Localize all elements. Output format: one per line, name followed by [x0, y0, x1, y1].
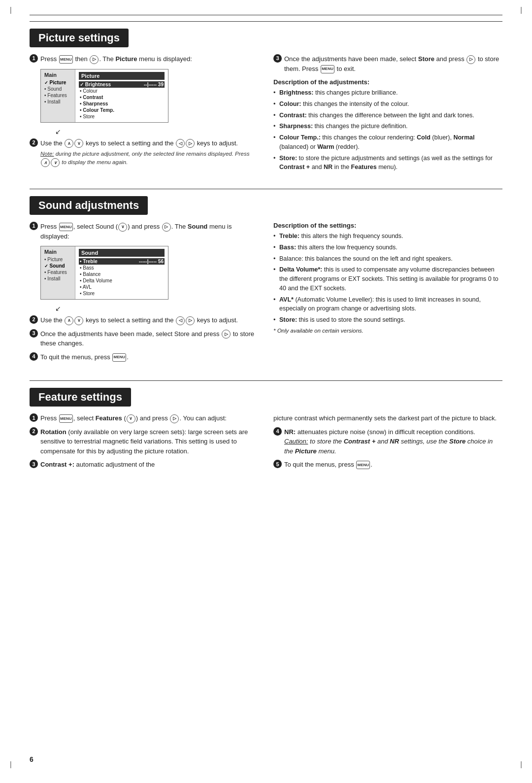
sound-desc-title: Description of the settings:: [273, 222, 502, 229]
feature-step3-text: Contrast +: automatic adjustment of the: [40, 460, 259, 470]
picture-menu-mockup-wrapper: Main Picture • Sound • Features • Instal…: [40, 69, 259, 136]
down-arrow-icon: ∨: [74, 139, 83, 148]
picture-step1: 1 Press MENU then ▷. The Picture menu is…: [30, 54, 259, 64]
desc-balance: Balance: this balances the sound on the …: [273, 254, 502, 264]
corner-mark-tl: |: [10, 6, 12, 14]
sound-right-icon2: ▷: [186, 316, 195, 325]
picture-rule: [30, 21, 502, 22]
sound-adjustments-content: 1 Press MENU, select Sound (∨) and press…: [30, 222, 502, 366]
feature-left-col: 1 Press MENU, select Features (∨) and pr…: [30, 413, 259, 474]
picture-menu-arrow: ↙: [55, 128, 259, 136]
treble-val: -----|----- 56: [139, 259, 164, 264]
picture-step3-text: Once the adjustments have been made, sel…: [284, 54, 502, 73]
step2-badge: 2: [30, 138, 38, 147]
feature-right-icon: ▷: [170, 414, 179, 423]
sound-menu-btn: MENU: [59, 223, 73, 231]
sound-up-icon: ∧: [65, 316, 73, 325]
feature-step2-badge: 2: [30, 427, 38, 436]
feature-step5: 5 To quit the menus, press MENU.: [273, 460, 502, 470]
store-right-icon: ▷: [466, 55, 475, 64]
sound-menu-deltavolume: Delta Volume: [79, 277, 165, 284]
picture-menu-store: Store: [79, 113, 165, 120]
sound-step1-badge: 1: [30, 222, 38, 230]
sound-step2-text: Use the ∧∨ keys to select a setting and …: [40, 315, 259, 325]
sound-menu-treble: • Treble -----|----- 56: [79, 258, 165, 265]
picture-settings-section: Picture settings 1 Press MENU then ▷. Th…: [30, 21, 502, 174]
desc-treble: Treble: this alters the high frequency s…: [273, 232, 502, 241]
desc-store: Store: to store the picture adjustments …: [273, 154, 502, 172]
sound-step3-badge: 3: [30, 329, 38, 338]
feature-menu-btn: MENU: [59, 414, 73, 423]
sound-menu-avl: AVL: [79, 284, 165, 290]
desc-avl: AVL* (Automatic Volume Leveller): this i…: [273, 295, 502, 314]
feature-step3-cont: picture contrast which permanently sets …: [273, 413, 502, 423]
picture-step1-text: Press MENU then ▷. The Picture menu is d…: [40, 54, 259, 64]
sound-menu-left: Main • Picture Sound • Features • Instal…: [41, 246, 75, 299]
brightness-val: --|----- 39: [144, 82, 164, 87]
picture-menu-colour: Colour: [79, 88, 165, 94]
feature-right-col: picture contrast which permanently sets …: [273, 413, 502, 474]
feature-down-icon: ∨: [127, 414, 135, 423]
feature-settings-section: Feature settings 1 Press MENU, select Fe…: [30, 380, 502, 474]
feature-settings-title: Feature settings: [30, 388, 131, 407]
sound-step4-text: To quit the menus, press MENU.: [40, 352, 259, 362]
sound-step1-text: Press MENU, select Sound (∨) and press ▷…: [40, 222, 259, 241]
sound-menu-mockup: Main • Picture Sound • Features • Instal…: [40, 246, 168, 300]
picture-menu-right: Picture ✓ Brightness --|----- 39 Colour …: [75, 69, 168, 122]
menu-button-icon: MENU: [59, 55, 73, 64]
feature-step4-text: NR: attenuates picture noise (snow) in d…: [284, 427, 502, 456]
desc-sound-store: Store: this is used to store the sound s…: [273, 315, 502, 325]
feature-step5-text: To quit the menus, press MENU.: [284, 460, 502, 470]
sound-down-icon: ∨: [118, 223, 127, 232]
store-label: Store: [418, 55, 434, 63]
sound-step4-badge: 4: [30, 352, 38, 361]
feature-settings-content: 1 Press MENU, select Features (∨) and pr…: [30, 413, 502, 474]
feature-step1-badge: 1: [30, 413, 38, 422]
sound-down-icon2: ∨: [74, 316, 83, 325]
sound-menu-balance: Balance: [79, 271, 165, 277]
picture-menu-contrast: Contrast: [79, 94, 165, 101]
sound-adjustments-section: Sound adjustments 1 Press MENU, select S…: [30, 189, 502, 366]
sound-step3: 3 Once the adjustments have been made, s…: [30, 329, 259, 348]
right-arrow-icon2: ▷: [186, 139, 195, 148]
sound-step2-badge: 2: [30, 315, 38, 324]
sound-menu-left-title: Main: [44, 249, 71, 255]
picture-menu-sharpness: Sharpness: [79, 101, 165, 107]
picture-menu-brightness: ✓ Brightness --|----- 39: [79, 81, 165, 88]
picture-menu-item-install: • Install: [44, 99, 71, 105]
feature-step5-badge: 5: [273, 460, 282, 468]
desc-contrast: Contrast: this changes the difference be…: [273, 111, 502, 120]
sound-menu-item-picture: • Picture: [44, 256, 71, 263]
sound-menu-mockup-wrapper: Main • Picture Sound • Features • Instal…: [40, 246, 259, 312]
up-arrow-icon: ∧: [65, 139, 73, 148]
picture-step2-note: Note: during the picture adjustment, onl…: [40, 150, 259, 167]
desc-colourtemp: Colour Temp.: this changes the colour re…: [273, 133, 502, 152]
picture-menu-mockup: Main Picture • Sound • Features • Instal…: [40, 69, 168, 123]
picture-step3: 3 Once the adjustments have been made, s…: [273, 54, 502, 73]
picture-desc-list: Brightness: this changes picture brillia…: [273, 88, 502, 172]
note-up-icon: ∧: [41, 158, 50, 167]
sound-menu-bass: Bass: [79, 265, 165, 271]
feature-step2: 2 Rotation (only available on very large…: [30, 427, 259, 456]
sound-menu-store: Store: [79, 290, 165, 297]
picture-desc-title: Description of the adjustments:: [273, 78, 502, 86]
sound-left-icon: ◁: [176, 316, 185, 325]
feature-step1-text: Press MENU, select Features (∨) and pres…: [40, 413, 259, 423]
sound-step2: 2 Use the ∧∨ keys to select a setting an…: [30, 315, 259, 325]
feature-caution: Caution: to store the Contrast + and NR …: [284, 438, 493, 455]
picture-step2-text: Use the ∧∨ keys to select a setting and …: [40, 138, 259, 168]
picture-menu-colourtemp: Colour Temp.: [79, 107, 165, 113]
step1-badge: 1: [30, 54, 38, 63]
desc-deltavolume: Delta Volume*: this is used to compensat…: [273, 265, 502, 293]
top-rule: [30, 15, 502, 15]
sound-right-icon: ▷: [162, 223, 171, 232]
picture-step2: 2 Use the ∧∨ keys to select a setting an…: [30, 138, 259, 168]
picture-menu-label: Picture: [115, 55, 137, 63]
note-down-icon: ∨: [51, 158, 60, 167]
feature-step4: 4 NR: attenuates picture noise (snow) in…: [273, 427, 502, 456]
sound-step3-text: Once the adjustments have been made, sel…: [40, 329, 259, 348]
sound-store-icon: ▷: [222, 330, 231, 339]
feature-step4-badge: 4: [273, 427, 282, 436]
feature-step3-badge: 3: [30, 460, 38, 468]
sound-adjustments-title: Sound adjustments: [30, 196, 148, 215]
